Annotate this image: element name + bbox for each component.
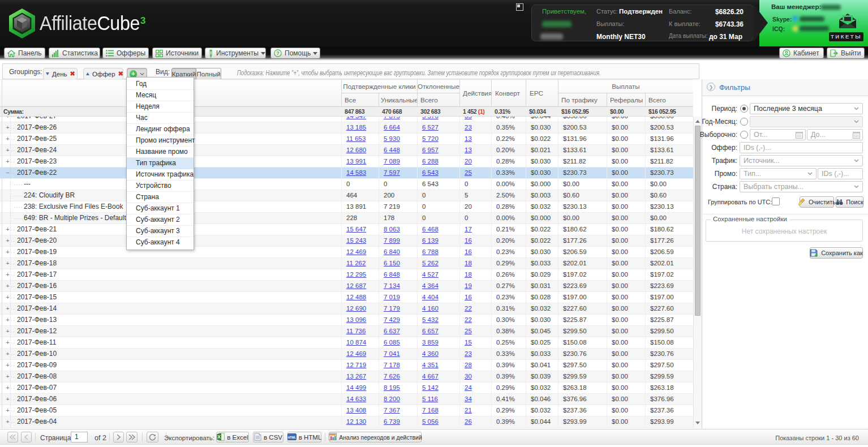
svg-text:X: X <box>218 434 221 440</box>
svg-text:?: ? <box>276 50 280 56</box>
svg-text:HTML: HTML <box>288 435 297 439</box>
